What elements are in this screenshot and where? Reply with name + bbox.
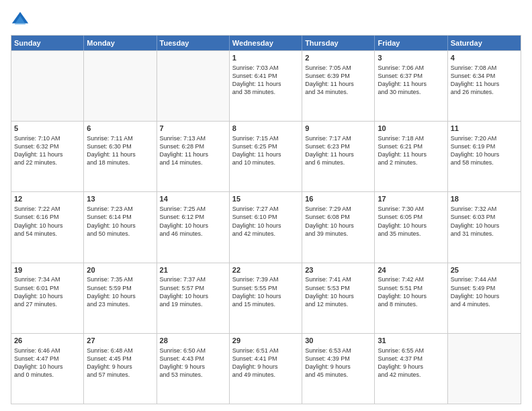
day-header-tuesday: Tuesday (157, 36, 230, 50)
day-cell-2: 2Sunrise: 7:05 AM Sunset: 6:39 PM Daylig… (302, 51, 375, 121)
day-cell-17: 17Sunrise: 7:30 AM Sunset: 6:05 PM Dayli… (375, 192, 447, 262)
day-info: Sunrise: 7:17 AM Sunset: 6:23 PM Dayligh… (305, 134, 371, 167)
day-cell-25: 25Sunrise: 7:44 AM Sunset: 5:49 PM Dayli… (448, 263, 521, 333)
week-row-4: 26Sunrise: 6:46 AM Sunset: 4:47 PM Dayli… (11, 333, 521, 404)
week-row-0: 1Sunrise: 7:03 AM Sunset: 6:41 PM Daylig… (11, 50, 521, 121)
day-cell-27: 27Sunrise: 6:48 AM Sunset: 4:45 PM Dayli… (84, 334, 157, 404)
day-info: Sunrise: 6:51 AM Sunset: 4:41 PM Dayligh… (232, 347, 299, 379)
day-header-thursday: Thursday (302, 36, 375, 50)
day-cell-7: 7Sunrise: 7:13 AM Sunset: 6:28 PM Daylig… (157, 122, 230, 191)
day-cell-15: 15Sunrise: 7:27 AM Sunset: 6:10 PM Dayli… (230, 192, 302, 262)
day-info: Sunrise: 6:55 AM Sunset: 4:37 PM Dayligh… (378, 347, 444, 379)
day-number: 20 (87, 265, 153, 275)
day-number: 12 (14, 194, 81, 204)
day-header-sunday: Sunday (11, 36, 84, 50)
day-number: 2 (305, 53, 371, 63)
day-cell-18: 18Sunrise: 7:32 AM Sunset: 6:03 PM Dayli… (448, 192, 521, 262)
day-number: 6 (87, 124, 153, 134)
day-cell-5: 5Sunrise: 7:10 AM Sunset: 6:32 PM Daylig… (11, 122, 84, 191)
day-cell-23: 23Sunrise: 7:41 AM Sunset: 5:53 PM Dayli… (302, 263, 375, 333)
day-number: 26 (14, 336, 81, 346)
day-cell-4: 4Sunrise: 7:08 AM Sunset: 6:34 PM Daylig… (448, 51, 521, 121)
day-number: 22 (232, 265, 299, 275)
day-cell-8: 8Sunrise: 7:15 AM Sunset: 6:25 PM Daylig… (230, 122, 302, 191)
day-info: Sunrise: 7:29 AM Sunset: 6:08 PM Dayligh… (305, 205, 371, 238)
day-number: 18 (451, 194, 518, 204)
day-cell-21: 21Sunrise: 7:37 AM Sunset: 5:57 PM Dayli… (157, 263, 230, 333)
day-number: 27 (87, 336, 153, 346)
day-number: 5 (14, 124, 81, 134)
day-info: Sunrise: 6:50 AM Sunset: 4:43 PM Dayligh… (160, 347, 226, 379)
day-info: Sunrise: 7:32 AM Sunset: 6:03 PM Dayligh… (451, 205, 518, 238)
day-cell-31: 31Sunrise: 6:55 AM Sunset: 4:37 PM Dayli… (375, 334, 447, 404)
day-cell-empty (11, 51, 84, 121)
day-number: 4 (451, 53, 518, 63)
day-info: Sunrise: 6:46 AM Sunset: 4:47 PM Dayligh… (14, 347, 81, 379)
day-number: 10 (378, 124, 444, 134)
day-info: Sunrise: 7:41 AM Sunset: 5:53 PM Dayligh… (305, 275, 371, 308)
day-number: 30 (305, 336, 371, 346)
day-cell-empty (448, 334, 521, 404)
day-number: 8 (232, 124, 299, 134)
day-header-wednesday: Wednesday (230, 36, 302, 50)
day-cell-empty (157, 51, 230, 121)
day-info: Sunrise: 7:27 AM Sunset: 6:10 PM Dayligh… (232, 205, 299, 238)
day-cell-26: 26Sunrise: 6:46 AM Sunset: 4:47 PM Dayli… (11, 334, 84, 404)
day-info: Sunrise: 7:03 AM Sunset: 6:41 PM Dayligh… (232, 64, 299, 97)
day-cell-16: 16Sunrise: 7:29 AM Sunset: 6:08 PM Dayli… (302, 192, 375, 262)
day-info: Sunrise: 7:11 AM Sunset: 6:30 PM Dayligh… (87, 134, 153, 167)
day-cell-empty (84, 51, 157, 121)
day-info: Sunrise: 7:22 AM Sunset: 6:16 PM Dayligh… (14, 205, 81, 238)
day-cell-13: 13Sunrise: 7:23 AM Sunset: 6:14 PM Dayli… (84, 192, 157, 262)
day-number: 11 (451, 124, 518, 134)
day-number: 25 (451, 265, 518, 275)
day-cell-29: 29Sunrise: 6:51 AM Sunset: 4:41 PM Dayli… (230, 334, 302, 404)
day-info: Sunrise: 7:15 AM Sunset: 6:25 PM Dayligh… (232, 134, 299, 167)
day-number: 1 (232, 53, 299, 63)
day-header-friday: Friday (375, 36, 447, 50)
page: SundayMondayTuesdayWednesdayThursdayFrid… (0, 0, 532, 411)
day-info: Sunrise: 7:23 AM Sunset: 6:14 PM Dayligh… (87, 205, 153, 238)
day-info: Sunrise: 7:05 AM Sunset: 6:39 PM Dayligh… (305, 64, 371, 97)
day-info: Sunrise: 7:18 AM Sunset: 6:21 PM Dayligh… (378, 134, 444, 167)
day-header-saturday: Saturday (448, 36, 521, 50)
day-info: Sunrise: 7:20 AM Sunset: 6:19 PM Dayligh… (451, 134, 518, 167)
day-number: 19 (14, 265, 81, 275)
week-row-2: 12Sunrise: 7:22 AM Sunset: 6:16 PM Dayli… (11, 191, 521, 262)
day-info: Sunrise: 7:06 AM Sunset: 6:37 PM Dayligh… (378, 64, 444, 97)
day-cell-11: 11Sunrise: 7:20 AM Sunset: 6:19 PM Dayli… (448, 122, 521, 191)
day-cell-19: 19Sunrise: 7:34 AM Sunset: 6:01 PM Dayli… (11, 263, 84, 333)
day-info: Sunrise: 6:48 AM Sunset: 4:45 PM Dayligh… (87, 347, 153, 379)
day-cell-30: 30Sunrise: 6:53 AM Sunset: 4:39 PM Dayli… (302, 334, 375, 404)
day-number: 24 (378, 265, 444, 275)
logo-icon (11, 11, 30, 30)
day-number: 31 (378, 336, 444, 346)
day-cell-6: 6Sunrise: 7:11 AM Sunset: 6:30 PM Daylig… (84, 122, 157, 191)
day-info: Sunrise: 7:44 AM Sunset: 5:49 PM Dayligh… (451, 275, 518, 308)
day-number: 14 (160, 194, 226, 204)
day-number: 21 (160, 265, 226, 275)
day-cell-24: 24Sunrise: 7:42 AM Sunset: 5:51 PM Dayli… (375, 263, 447, 333)
day-info: Sunrise: 7:13 AM Sunset: 6:28 PM Dayligh… (160, 134, 226, 167)
day-info: Sunrise: 7:08 AM Sunset: 6:34 PM Dayligh… (451, 64, 518, 97)
day-info: Sunrise: 7:34 AM Sunset: 6:01 PM Dayligh… (14, 275, 81, 308)
day-info: Sunrise: 7:30 AM Sunset: 6:05 PM Dayligh… (378, 205, 444, 238)
day-info: Sunrise: 7:10 AM Sunset: 6:32 PM Dayligh… (14, 134, 81, 167)
day-cell-3: 3Sunrise: 7:06 AM Sunset: 6:37 PM Daylig… (375, 51, 447, 121)
day-number: 13 (87, 194, 153, 204)
day-number: 17 (378, 194, 444, 204)
day-cell-14: 14Sunrise: 7:25 AM Sunset: 6:12 PM Dayli… (157, 192, 230, 262)
day-cell-9: 9Sunrise: 7:17 AM Sunset: 6:23 PM Daylig… (302, 122, 375, 191)
day-info: Sunrise: 7:37 AM Sunset: 5:57 PM Dayligh… (160, 275, 226, 308)
day-info: Sunrise: 7:39 AM Sunset: 5:55 PM Dayligh… (232, 275, 299, 308)
day-number: 9 (305, 124, 371, 134)
day-info: Sunrise: 7:42 AM Sunset: 5:51 PM Dayligh… (378, 275, 444, 308)
week-row-3: 19Sunrise: 7:34 AM Sunset: 6:01 PM Dayli… (11, 263, 521, 333)
day-cell-22: 22Sunrise: 7:39 AM Sunset: 5:55 PM Dayli… (230, 263, 302, 333)
day-info: Sunrise: 7:35 AM Sunset: 5:59 PM Dayligh… (87, 275, 153, 308)
day-number: 3 (378, 53, 444, 63)
header (11, 11, 521, 30)
day-number: 29 (232, 336, 299, 346)
day-number: 7 (160, 124, 226, 134)
calendar: SundayMondayTuesdayWednesdayThursdayFrid… (11, 35, 521, 404)
